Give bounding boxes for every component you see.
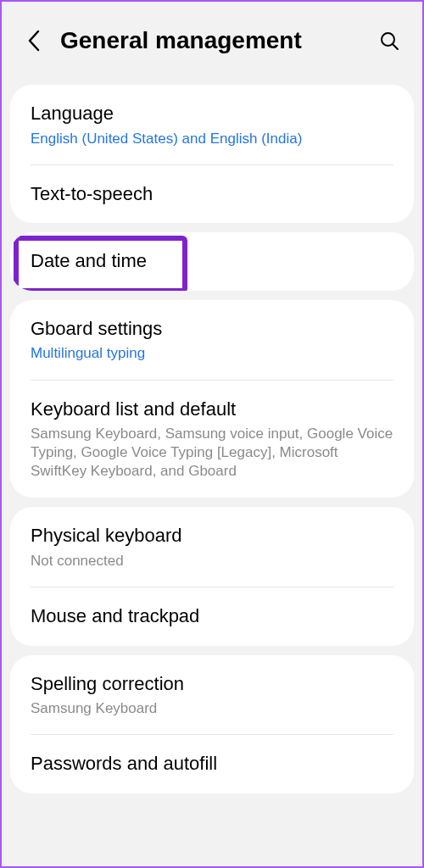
settings-row[interactable]: Gboard settingsMultilingual typing: [10, 300, 414, 381]
settings-row-title: Spelling correction: [31, 672, 393, 697]
settings-row-title: Date and time: [31, 249, 393, 274]
settings-row[interactable]: Date and time: [10, 232, 414, 291]
settings-group: Gboard settingsMultilingual typingKeyboa…: [10, 300, 414, 498]
settings-group: Physical keyboardNot connectedMouse and …: [10, 507, 414, 645]
settings-row-title: Keyboard list and default: [31, 398, 393, 422]
back-icon[interactable]: [23, 30, 45, 52]
page-title: General management: [60, 27, 377, 54]
settings-row-title: Gboard settings: [31, 317, 393, 342]
settings-row[interactable]: Passwords and autofill: [10, 735, 414, 793]
settings-row-title: Language: [31, 102, 393, 126]
settings-row[interactable]: Mouse and trackpad: [10, 587, 414, 646]
settings-group: Date and time: [10, 232, 414, 291]
settings-row-title: Mouse and trackpad: [31, 604, 393, 629]
settings-row-subtitle: Samsung Keyboard, Samsung voice input, G…: [31, 425, 393, 481]
settings-group: LanguageEnglish (United States) and Engl…: [10, 85, 414, 223]
settings-row[interactable]: Keyboard list and defaultSamsung Keyboar…: [10, 381, 414, 498]
svg-line-1: [393, 44, 398, 49]
settings-group: Spelling correctionSamsung KeyboardPassw…: [10, 655, 414, 793]
search-icon[interactable]: [377, 29, 401, 53]
settings-row[interactable]: Physical keyboardNot connected: [10, 507, 414, 587]
settings-row-title: Passwords and autofill: [31, 752, 393, 776]
header: General management: [2, 2, 422, 75]
settings-row-subtitle: English (United States) and English (Ind…: [31, 130, 393, 148]
settings-row-title: Physical keyboard: [31, 524, 393, 548]
settings-row[interactable]: LanguageEnglish (United States) and Engl…: [10, 85, 414, 165]
settings-row[interactable]: Spelling correctionSamsung Keyboard: [10, 655, 414, 736]
settings-row[interactable]: Text-to-speech: [10, 165, 414, 224]
settings-row-subtitle: Multilingual typing: [31, 344, 393, 363]
settings-list: LanguageEnglish (United States) and Engl…: [2, 85, 422, 793]
settings-row-title: Text-to-speech: [31, 182, 393, 207]
settings-row-subtitle: Not connected: [31, 552, 393, 570]
settings-row-subtitle: Samsung Keyboard: [31, 699, 393, 718]
